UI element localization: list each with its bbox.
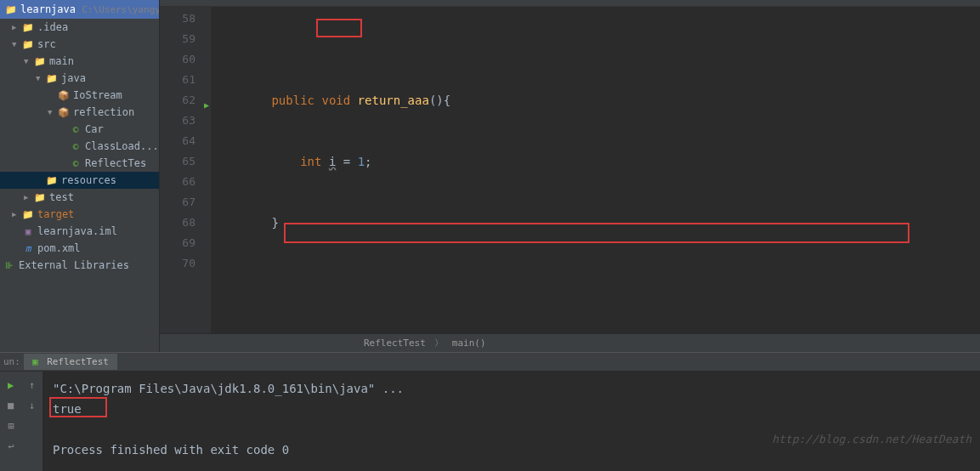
- iml-icon: ▣: [22, 225, 34, 237]
- console-result: true: [53, 399, 970, 419]
- tree-external-libs[interactable]: ⊪ External Libraries: [0, 257, 159, 274]
- console-toolbar: ▶ ↑ ■ ↓ ⊞ ↩: [0, 372, 42, 471]
- rerun-button[interactable]: ▶: [2, 376, 20, 394]
- tree-resources[interactable]: 📁 resources: [0, 172, 159, 189]
- tree-main[interactable]: ▼ 📁 main: [0, 53, 159, 70]
- scroll-up-button[interactable]: ↑: [23, 376, 41, 394]
- expand-icon: ▶: [12, 23, 20, 31]
- stop-button[interactable]: ■: [2, 396, 20, 415]
- run-config-icon: ▣: [32, 356, 38, 367]
- tree-test[interactable]: ▶ 📁 test: [0, 189, 159, 206]
- folder-icon: 📁: [46, 72, 58, 84]
- line-number: 69: [160, 233, 211, 253]
- tree-reflection[interactable]: ▼ 📦 reflection: [0, 104, 159, 121]
- wrap-button[interactable]: ↩: [2, 437, 20, 456]
- code-line: [211, 274, 980, 294]
- project-name: learnjava: [20, 3, 76, 15]
- code-line: public void return_aaa(){: [211, 90, 980, 111]
- line-number: 67: [160, 192, 211, 213]
- run-label: un:: [0, 356, 24, 367]
- line-number: 59: [160, 29, 211, 49]
- folder-icon: 📁: [22, 21, 34, 33]
- line-number: 64: [160, 131, 211, 151]
- tree-iostream[interactable]: 📦 IoStream: [0, 87, 159, 104]
- tree-pom[interactable]: m pom.xml: [0, 240, 159, 257]
- editor-gutter[interactable]: 58 59 60 61 62▶ 63 64 65 66 67 68 69 70: [160, 7, 211, 333]
- line-number: 68: [160, 213, 211, 233]
- run-tab[interactable]: ▣ ReflectTest: [24, 354, 117, 370]
- package-icon: 📦: [58, 106, 70, 118]
- line-number: 65: [160, 151, 211, 172]
- line-number: 60: [160, 49, 211, 70]
- tree-reflecttest[interactable]: © ReflectTes: [0, 155, 159, 172]
- breadcrumb-sep: 〉: [434, 337, 444, 349]
- editor-area: 58 59 60 61 62▶ 63 64 65 66 67 68 69 70 …: [160, 0, 980, 352]
- folder-icon: 📁: [34, 55, 46, 67]
- expand-icon: ▶: [24, 193, 32, 201]
- line-number: 61: [160, 70, 211, 90]
- run-tab-bar: un: ▣ ReflectTest: [0, 353, 980, 372]
- tree-java[interactable]: ▼ 📁 java: [0, 70, 159, 87]
- breadcrumb-method[interactable]: main(): [452, 338, 486, 349]
- maven-icon: m: [22, 242, 34, 254]
- expand-icon: ▼: [48, 108, 56, 116]
- tree-classload[interactable]: © ClassLoad...: [0, 138, 159, 155]
- class-icon: ©: [70, 157, 82, 169]
- console-output[interactable]: "C:\Program Files\Java\jdk1.8.0_161\bin\…: [42, 372, 980, 471]
- tree-idea[interactable]: ▶ 📁 .idea: [0, 19, 159, 36]
- annotation-box-true: [49, 397, 107, 417]
- libs-icon: ⊪: [3, 259, 15, 271]
- folder-icon: 📁: [22, 208, 34, 220]
- breadcrumb[interactable]: ReflectTest 〉 main(): [160, 333, 980, 352]
- editor-tab-bar: [160, 0, 980, 7]
- code-editor[interactable]: public void return_aaa(){ int i = 1; } p…: [211, 7, 980, 333]
- expand-icon: ▼: [36, 74, 44, 82]
- watermark: http://blog.csdn.net/HeatDeath: [772, 433, 972, 445]
- line-number: 58: [160, 9, 211, 29]
- line-number: 62▶: [160, 90, 211, 111]
- line-number: 66: [160, 172, 211, 192]
- project-sidebar: 📁 learnjava C:\Users\yangyin ▶ 📁 .idea ▼…: [0, 0, 160, 352]
- class-icon: ©: [70, 140, 82, 152]
- folder-icon: 📁: [22, 38, 34, 50]
- project-icon: 📁: [5, 3, 17, 15]
- project-root[interactable]: 📁 learnjava C:\Users\yangyin: [0, 0, 159, 19]
- tree-iml[interactable]: ▣ learnjava.iml: [0, 223, 159, 240]
- scroll-down-button[interactable]: ↓: [23, 396, 41, 415]
- expand-icon: ▶: [12, 210, 20, 218]
- project-path: C:\Users\yangyin: [82, 4, 160, 15]
- tree-target[interactable]: ▶ 📁 target: [0, 206, 159, 223]
- annotation-box-void: [316, 19, 362, 37]
- resources-icon: 📁: [46, 174, 58, 186]
- annotation-box-println: [284, 223, 909, 243]
- run-panel: un: ▣ ReflectTest ▶ ↑ ■ ↓ ⊞ ↩ "C:\Progra: [0, 352, 980, 471]
- expand-icon: ▼: [12, 40, 20, 48]
- line-number: 70: [160, 253, 211, 274]
- class-icon: ©: [70, 123, 82, 135]
- console-command: "C:\Program Files\Java\jdk1.8.0_161\bin\…: [53, 378, 970, 399]
- line-number: 63: [160, 111, 211, 131]
- tree-src[interactable]: ▼ 📁 src: [0, 36, 159, 53]
- code-line: int i = 1;: [211, 151, 980, 172]
- tree-car[interactable]: © Car: [0, 121, 159, 138]
- package-icon: 📦: [58, 89, 70, 101]
- layout-button[interactable]: ⊞: [2, 417, 20, 435]
- breadcrumb-class[interactable]: ReflectTest: [364, 338, 426, 349]
- folder-icon: 📁: [34, 191, 46, 203]
- expand-icon: ▼: [24, 57, 32, 65]
